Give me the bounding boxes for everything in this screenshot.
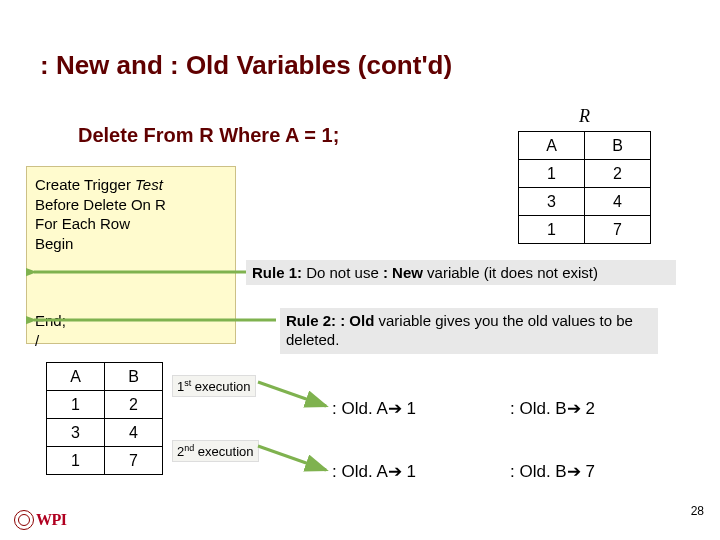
table-header: B <box>105 363 163 391</box>
rule-2-box: Rule 2: : Old variable gives you the old… <box>280 308 658 354</box>
rule-label: Rule 1: <box>252 264 306 281</box>
rule-1-box: Rule 1: Do not use : New variable (it do… <box>246 260 676 285</box>
table-header: B <box>585 132 651 160</box>
table-header: A <box>47 363 105 391</box>
code-line: For Each Row <box>35 215 130 232</box>
table-r-container: R A B 1 2 3 4 1 7 <box>518 106 651 244</box>
old-a-value-2: : Old. A➔ 1 <box>332 461 416 482</box>
arrow-icon: ➔ <box>567 399 581 418</box>
table-cell: 3 <box>519 188 585 216</box>
table-row: 1 7 <box>47 447 163 475</box>
rule-keyword: : Old <box>340 312 378 329</box>
arrow-icon: ➔ <box>567 462 581 481</box>
seal-icon <box>14 510 34 530</box>
rule-label: Rule 2: <box>286 312 340 329</box>
table-cell: 2 <box>105 391 163 419</box>
arrow-icon <box>256 378 336 412</box>
arrow-icon: ➔ <box>388 462 402 481</box>
table-row: A B <box>47 363 163 391</box>
table-cell: 4 <box>105 419 163 447</box>
table-r: A B 1 2 3 4 1 7 <box>518 131 651 244</box>
table-r-name: R <box>518 106 651 127</box>
old-b-value-2: : Old. B➔ 7 <box>510 461 595 482</box>
table-small-container: A B 1 2 3 4 1 7 <box>46 362 163 475</box>
trigger-code-block: Create Trigger Test Before Delete On R F… <box>26 166 236 344</box>
first-execution-label: 1st execution <box>172 375 256 397</box>
svg-line-7 <box>258 446 326 470</box>
code-line: Create Trigger Test <box>35 176 163 193</box>
code-line: Before Delete On R <box>35 196 166 213</box>
delete-statement: Delete From R Where A = 1; <box>78 124 339 147</box>
svg-line-5 <box>258 382 326 406</box>
table-row: 1 2 <box>47 391 163 419</box>
second-execution-label: 2nd execution <box>172 440 259 462</box>
table-cell: 3 <box>47 419 105 447</box>
rule-text: Do not use <box>306 264 383 281</box>
logo-text: WPI <box>36 511 67 529</box>
table-row: 1 2 <box>519 160 651 188</box>
table-cell: 1 <box>519 160 585 188</box>
code-line: / <box>35 332 39 349</box>
page-number: 28 <box>691 504 704 518</box>
old-b-value-1: : Old. B➔ 2 <box>510 398 595 419</box>
code-line: End; <box>35 311 227 331</box>
table-small: A B 1 2 3 4 1 7 <box>46 362 163 475</box>
table-cell: 1 <box>519 216 585 244</box>
wpi-logo: WPI <box>14 508 84 532</box>
slide-title: : New and : Old Variables (cont'd) <box>40 50 452 81</box>
table-row: A B <box>519 132 651 160</box>
table-row: 3 4 <box>519 188 651 216</box>
arrow-icon: ➔ <box>388 399 402 418</box>
rule-keyword: : New <box>383 264 427 281</box>
table-row: 3 4 <box>47 419 163 447</box>
table-cell: 4 <box>585 188 651 216</box>
table-cell: 1 <box>47 447 105 475</box>
rule-text: variable (it does not exist) <box>427 264 598 281</box>
table-cell: 1 <box>47 391 105 419</box>
table-header: A <box>519 132 585 160</box>
table-cell: 7 <box>585 216 651 244</box>
table-cell: 2 <box>585 160 651 188</box>
arrow-icon <box>256 442 336 476</box>
table-cell: 7 <box>105 447 163 475</box>
old-a-value-1: : Old. A➔ 1 <box>332 398 416 419</box>
table-row: 1 7 <box>519 216 651 244</box>
code-line: Begin <box>35 235 73 252</box>
